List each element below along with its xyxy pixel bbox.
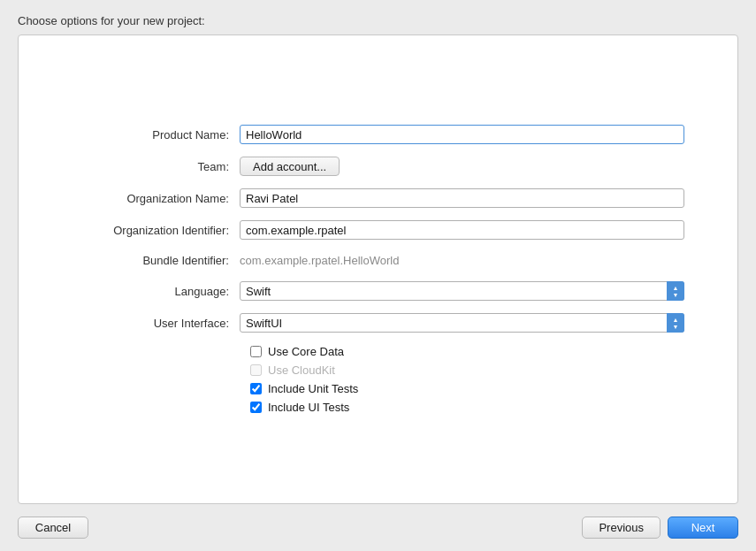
bundle-identifier-row: Bundle Identifier: com.example.rpatel.He…: [72, 252, 684, 269]
cancel-button[interactable]: Cancel: [18, 517, 88, 539]
language-row: Language: Swift Objective-C: [72, 281, 684, 301]
user-interface-select[interactable]: SwiftUI Storyboard: [240, 313, 684, 333]
form-container: Product Name: Team: Add account... Organ…: [19, 98, 737, 440]
language-select-wrapper: Swift Objective-C: [240, 281, 684, 301]
user-interface-select-wrapper: SwiftUI Storyboard: [240, 313, 684, 333]
org-identifier-input[interactable]: [240, 220, 684, 240]
use-core-data-checkbox[interactable]: [250, 346, 262, 357]
team-label: Team:: [72, 160, 240, 173]
dialog-footer: Cancel Previous Next: [0, 504, 756, 551]
include-ui-tests-row: Include UI Tests: [250, 401, 684, 414]
org-identifier-row: Organization Identifier:: [72, 220, 684, 240]
use-cloudkit-label: Use CloudKit: [268, 364, 335, 377]
bundle-identifier-value: com.example.rpatel.HelloWorld: [240, 252, 399, 269]
dialog-header: Choose options for your new project:: [0, 0, 756, 34]
user-interface-row: User Interface: SwiftUI Storyboard: [72, 313, 684, 333]
use-core-data-label: Use Core Data: [268, 345, 344, 358]
team-row: Team: Add account...: [72, 157, 684, 176]
next-button[interactable]: Next: [668, 517, 738, 539]
use-core-data-row: Use Core Data: [250, 345, 684, 358]
user-interface-label: User Interface:: [72, 317, 240, 330]
org-identifier-label: Organization Identifier:: [72, 224, 240, 237]
previous-button[interactable]: Previous: [582, 517, 661, 539]
org-name-label: Organization Name:: [72, 192, 240, 205]
dialog-content: Product Name: Team: Add account... Organ…: [18, 34, 738, 504]
include-unit-tests-row: Include Unit Tests: [250, 382, 684, 395]
new-project-dialog: Choose options for your new project: Pro…: [0, 0, 756, 551]
org-name-input[interactable]: [240, 188, 684, 208]
bundle-identifier-label: Bundle Identifier:: [72, 254, 240, 267]
include-ui-tests-checkbox[interactable]: [250, 402, 262, 413]
add-account-button[interactable]: Add account...: [240, 157, 340, 176]
checkbox-group: Use Core Data Use CloudKit Include Unit …: [250, 345, 684, 414]
include-unit-tests-checkbox[interactable]: [250, 383, 262, 394]
footer-right-buttons: Previous Next: [582, 517, 738, 539]
org-name-row: Organization Name:: [72, 188, 684, 208]
include-ui-tests-label: Include UI Tests: [268, 401, 349, 414]
language-select[interactable]: Swift Objective-C: [240, 281, 684, 301]
use-cloudkit-row: Use CloudKit: [250, 364, 684, 377]
product-name-label: Product Name:: [72, 128, 240, 142]
include-unit-tests-label: Include Unit Tests: [268, 382, 358, 395]
product-name-row: Product Name:: [72, 125, 684, 144]
use-cloudkit-checkbox[interactable]: [250, 364, 262, 376]
dialog-title: Choose options for your new project:: [18, 14, 205, 27]
language-label: Language:: [72, 285, 240, 298]
product-name-input[interactable]: [240, 125, 684, 144]
